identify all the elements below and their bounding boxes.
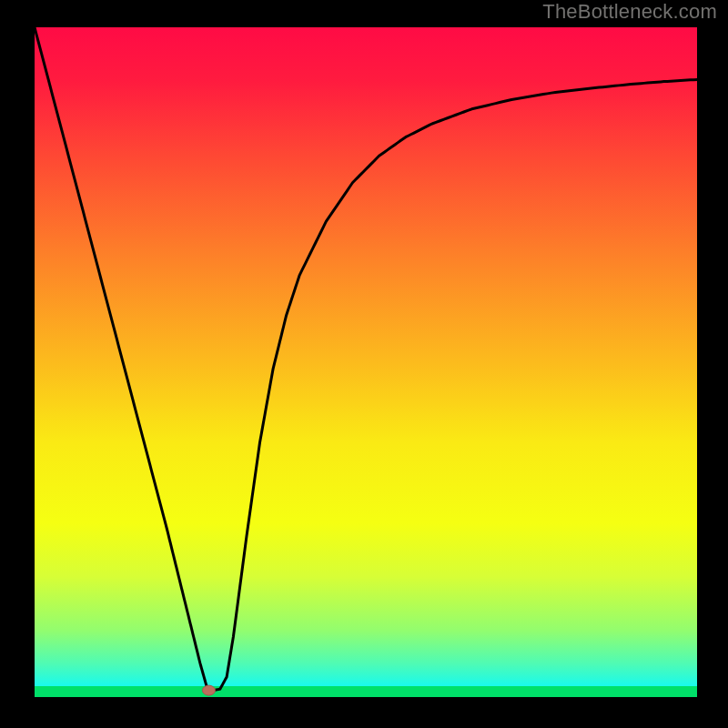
attribution-label: TheBottleneck.com	[542, 0, 717, 24]
chart-frame: TheBottleneck.com	[0, 0, 728, 728]
baseline-strip	[35, 686, 697, 697]
optimal-marker	[202, 685, 215, 695]
bottleneck-chart	[35, 27, 697, 697]
plot-background	[35, 27, 697, 697]
